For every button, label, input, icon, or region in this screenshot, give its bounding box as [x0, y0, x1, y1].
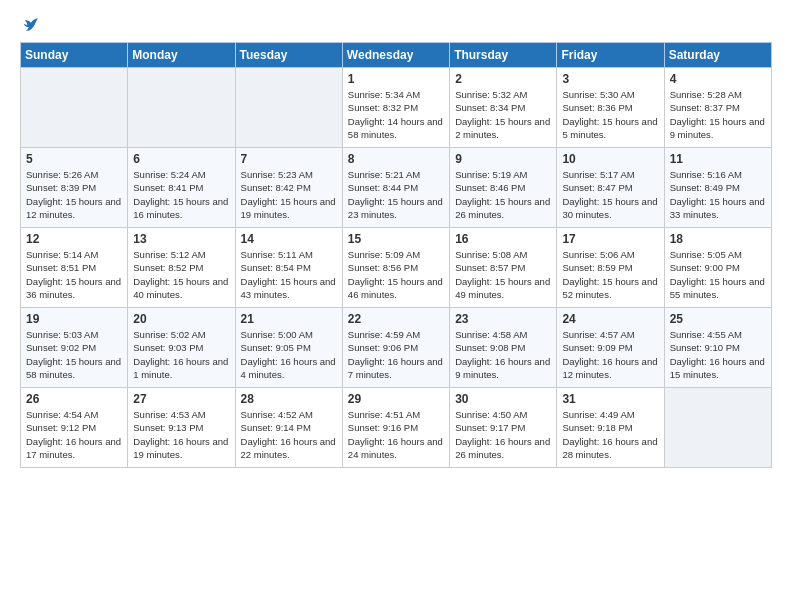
day-number: 12	[26, 232, 122, 246]
day-number: 30	[455, 392, 551, 406]
day-info: Sunrise: 4:50 AM Sunset: 9:17 PM Dayligh…	[455, 408, 551, 461]
day-info: Sunrise: 4:55 AM Sunset: 9:10 PM Dayligh…	[670, 328, 766, 381]
calendar-cell: 23Sunrise: 4:58 AM Sunset: 9:08 PM Dayli…	[450, 308, 557, 388]
header-day-friday: Friday	[557, 43, 664, 68]
day-number: 24	[562, 312, 658, 326]
header	[20, 16, 772, 34]
calendar-cell: 27Sunrise: 4:53 AM Sunset: 9:13 PM Dayli…	[128, 388, 235, 468]
day-info: Sunrise: 5:16 AM Sunset: 8:49 PM Dayligh…	[670, 168, 766, 221]
day-info: Sunrise: 5:24 AM Sunset: 8:41 PM Dayligh…	[133, 168, 229, 221]
day-number: 11	[670, 152, 766, 166]
calendar-cell: 7Sunrise: 5:23 AM Sunset: 8:42 PM Daylig…	[235, 148, 342, 228]
day-info: Sunrise: 4:52 AM Sunset: 9:14 PM Dayligh…	[241, 408, 337, 461]
calendar-cell: 6Sunrise: 5:24 AM Sunset: 8:41 PM Daylig…	[128, 148, 235, 228]
calendar-cell: 15Sunrise: 5:09 AM Sunset: 8:56 PM Dayli…	[342, 228, 449, 308]
calendar-cell: 14Sunrise: 5:11 AM Sunset: 8:54 PM Dayli…	[235, 228, 342, 308]
calendar-cell: 29Sunrise: 4:51 AM Sunset: 9:16 PM Dayli…	[342, 388, 449, 468]
day-number: 6	[133, 152, 229, 166]
calendar-cell: 9Sunrise: 5:19 AM Sunset: 8:46 PM Daylig…	[450, 148, 557, 228]
day-number: 10	[562, 152, 658, 166]
day-info: Sunrise: 5:14 AM Sunset: 8:51 PM Dayligh…	[26, 248, 122, 301]
calendar-cell: 1Sunrise: 5:34 AM Sunset: 8:32 PM Daylig…	[342, 68, 449, 148]
calendar-week-3: 12Sunrise: 5:14 AM Sunset: 8:51 PM Dayli…	[21, 228, 772, 308]
header-day-monday: Monday	[128, 43, 235, 68]
day-info: Sunrise: 4:54 AM Sunset: 9:12 PM Dayligh…	[26, 408, 122, 461]
day-info: Sunrise: 4:53 AM Sunset: 9:13 PM Dayligh…	[133, 408, 229, 461]
calendar-cell: 17Sunrise: 5:06 AM Sunset: 8:59 PM Dayli…	[557, 228, 664, 308]
header-day-saturday: Saturday	[664, 43, 771, 68]
day-number: 19	[26, 312, 122, 326]
calendar-cell: 26Sunrise: 4:54 AM Sunset: 9:12 PM Dayli…	[21, 388, 128, 468]
calendar-cell: 21Sunrise: 5:00 AM Sunset: 9:05 PM Dayli…	[235, 308, 342, 388]
day-info: Sunrise: 5:11 AM Sunset: 8:54 PM Dayligh…	[241, 248, 337, 301]
day-info: Sunrise: 4:58 AM Sunset: 9:08 PM Dayligh…	[455, 328, 551, 381]
day-number: 26	[26, 392, 122, 406]
day-info: Sunrise: 5:30 AM Sunset: 8:36 PM Dayligh…	[562, 88, 658, 141]
calendar-cell: 18Sunrise: 5:05 AM Sunset: 9:00 PM Dayli…	[664, 228, 771, 308]
day-number: 9	[455, 152, 551, 166]
calendar-cell: 20Sunrise: 5:02 AM Sunset: 9:03 PM Dayli…	[128, 308, 235, 388]
day-number: 25	[670, 312, 766, 326]
day-number: 5	[26, 152, 122, 166]
day-number: 18	[670, 232, 766, 246]
calendar-cell: 13Sunrise: 5:12 AM Sunset: 8:52 PM Dayli…	[128, 228, 235, 308]
header-day-tuesday: Tuesday	[235, 43, 342, 68]
calendar-cell: 4Sunrise: 5:28 AM Sunset: 8:37 PM Daylig…	[664, 68, 771, 148]
day-number: 8	[348, 152, 444, 166]
calendar-cell: 8Sunrise: 5:21 AM Sunset: 8:44 PM Daylig…	[342, 148, 449, 228]
calendar-cell: 5Sunrise: 5:26 AM Sunset: 8:39 PM Daylig…	[21, 148, 128, 228]
day-number: 4	[670, 72, 766, 86]
day-number: 27	[133, 392, 229, 406]
day-info: Sunrise: 5:21 AM Sunset: 8:44 PM Dayligh…	[348, 168, 444, 221]
day-number: 23	[455, 312, 551, 326]
calendar-cell	[235, 68, 342, 148]
calendar-cell: 10Sunrise: 5:17 AM Sunset: 8:47 PM Dayli…	[557, 148, 664, 228]
day-number: 7	[241, 152, 337, 166]
calendar-cell: 24Sunrise: 4:57 AM Sunset: 9:09 PM Dayli…	[557, 308, 664, 388]
day-info: Sunrise: 4:59 AM Sunset: 9:06 PM Dayligh…	[348, 328, 444, 381]
header-day-thursday: Thursday	[450, 43, 557, 68]
day-info: Sunrise: 5:34 AM Sunset: 8:32 PM Dayligh…	[348, 88, 444, 141]
day-number: 13	[133, 232, 229, 246]
day-number: 1	[348, 72, 444, 86]
day-number: 14	[241, 232, 337, 246]
day-info: Sunrise: 5:26 AM Sunset: 8:39 PM Dayligh…	[26, 168, 122, 221]
day-number: 29	[348, 392, 444, 406]
calendar-cell	[21, 68, 128, 148]
header-day-wednesday: Wednesday	[342, 43, 449, 68]
day-info: Sunrise: 5:28 AM Sunset: 8:37 PM Dayligh…	[670, 88, 766, 141]
day-number: 21	[241, 312, 337, 326]
page: SundayMondayTuesdayWednesdayThursdayFrid…	[0, 0, 792, 484]
day-number: 2	[455, 72, 551, 86]
day-number: 20	[133, 312, 229, 326]
calendar-cell: 28Sunrise: 4:52 AM Sunset: 9:14 PM Dayli…	[235, 388, 342, 468]
header-day-sunday: Sunday	[21, 43, 128, 68]
calendar-table: SundayMondayTuesdayWednesdayThursdayFrid…	[20, 42, 772, 468]
calendar-cell: 11Sunrise: 5:16 AM Sunset: 8:49 PM Dayli…	[664, 148, 771, 228]
day-info: Sunrise: 5:17 AM Sunset: 8:47 PM Dayligh…	[562, 168, 658, 221]
day-info: Sunrise: 5:12 AM Sunset: 8:52 PM Dayligh…	[133, 248, 229, 301]
calendar-week-1: 1Sunrise: 5:34 AM Sunset: 8:32 PM Daylig…	[21, 68, 772, 148]
calendar-cell: 3Sunrise: 5:30 AM Sunset: 8:36 PM Daylig…	[557, 68, 664, 148]
day-number: 3	[562, 72, 658, 86]
day-number: 15	[348, 232, 444, 246]
logo-bird-icon	[22, 16, 40, 34]
day-info: Sunrise: 5:08 AM Sunset: 8:57 PM Dayligh…	[455, 248, 551, 301]
calendar-cell: 22Sunrise: 4:59 AM Sunset: 9:06 PM Dayli…	[342, 308, 449, 388]
day-info: Sunrise: 5:00 AM Sunset: 9:05 PM Dayligh…	[241, 328, 337, 381]
day-info: Sunrise: 4:57 AM Sunset: 9:09 PM Dayligh…	[562, 328, 658, 381]
day-info: Sunrise: 5:23 AM Sunset: 8:42 PM Dayligh…	[241, 168, 337, 221]
day-info: Sunrise: 5:03 AM Sunset: 9:02 PM Dayligh…	[26, 328, 122, 381]
day-info: Sunrise: 5:05 AM Sunset: 9:00 PM Dayligh…	[670, 248, 766, 301]
day-info: Sunrise: 5:02 AM Sunset: 9:03 PM Dayligh…	[133, 328, 229, 381]
calendar-week-5: 26Sunrise: 4:54 AM Sunset: 9:12 PM Dayli…	[21, 388, 772, 468]
day-info: Sunrise: 5:06 AM Sunset: 8:59 PM Dayligh…	[562, 248, 658, 301]
day-info: Sunrise: 5:09 AM Sunset: 8:56 PM Dayligh…	[348, 248, 444, 301]
day-number: 31	[562, 392, 658, 406]
day-info: Sunrise: 5:19 AM Sunset: 8:46 PM Dayligh…	[455, 168, 551, 221]
calendar-cell: 31Sunrise: 4:49 AM Sunset: 9:18 PM Dayli…	[557, 388, 664, 468]
calendar-cell: 2Sunrise: 5:32 AM Sunset: 8:34 PM Daylig…	[450, 68, 557, 148]
calendar-cell: 25Sunrise: 4:55 AM Sunset: 9:10 PM Dayli…	[664, 308, 771, 388]
day-number: 16	[455, 232, 551, 246]
calendar-cell	[664, 388, 771, 468]
